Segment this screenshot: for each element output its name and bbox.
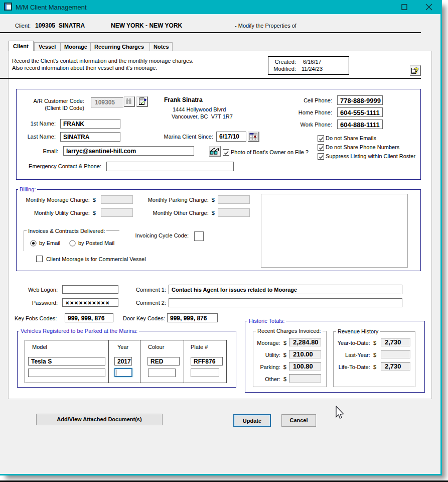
svg-text:?: ? xyxy=(414,66,419,74)
